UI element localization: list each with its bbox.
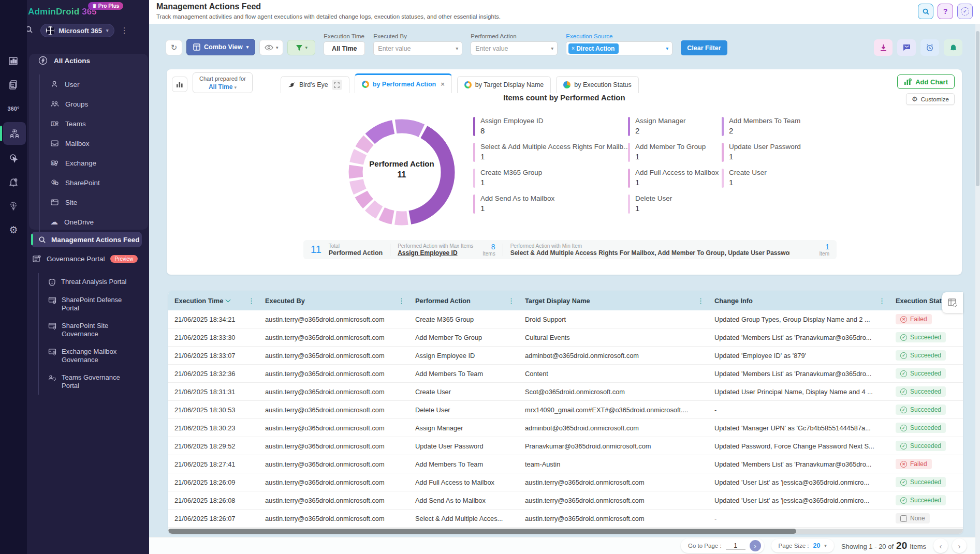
more-menu-icon[interactable]: ⋮ (121, 26, 128, 35)
legend-item[interactable]: Select & Add Multiple Access Rights For … (473, 143, 629, 162)
chart-type-button[interactable] (172, 77, 187, 92)
execution-source-filter[interactable]: ×Direct Action ▾ (566, 41, 672, 55)
close-tab-icon[interactable]: × (441, 80, 445, 88)
sidebar-item-user[interactable]: User (40, 74, 100, 94)
sidebar-item-teams[interactable]: TTeams (40, 114, 100, 133)
feedback-button[interactable] (897, 39, 916, 56)
table-row[interactable]: 21/06/2025 18:31:31austin.terry@o365droi… (168, 383, 963, 401)
col-executed-by[interactable]: Executed By⋮ (259, 291, 409, 310)
actions-pointer-icon[interactable] (4, 149, 23, 168)
table-row[interactable]: 21/06/2025 18:30:23austin.terry@o365droi… (168, 419, 963, 437)
legend-item[interactable]: Add Member To Group1 (628, 143, 719, 162)
filter-button[interactable]: ▾ (287, 40, 315, 55)
legend-item[interactable]: Assign Employee ID8 (473, 117, 629, 136)
table-row[interactable]: 21/06/2025 18:26:08austin.terry@o365droi… (168, 491, 963, 510)
sidebar-item-onedrive[interactable]: ☁OneDrive (40, 212, 100, 232)
sidebar-item-governance-portal[interactable]: Governance Portal Preview (32, 254, 138, 263)
legend-item[interactable]: Assign Manager2 (628, 117, 719, 136)
tab-by-performed-action[interactable]: by Performed Action × (355, 73, 452, 93)
sidebar-item-sp-site-gov[interactable]: SharePoint Site Governance (39, 317, 127, 343)
column-menu-icon[interactable]: ⋮ (879, 297, 885, 305)
goto-page-input[interactable]: 1 (726, 542, 745, 550)
column-menu-icon[interactable]: ⋮ (508, 297, 515, 305)
table-row[interactable]: 21/06/2025 18:29:52austin.terry@o365droi… (168, 437, 963, 455)
insights-icon[interactable] (4, 197, 23, 215)
tab-birds-eye[interactable]: Bird's Eye (281, 76, 349, 93)
prev-page-button[interactable]: ‹ (933, 538, 948, 553)
expand-icon[interactable] (332, 80, 342, 90)
direct-action-chip[interactable]: ×Direct Action (568, 43, 619, 54)
table-row[interactable]: 21/06/2025 18:30:53austin.terry@o365droi… (168, 401, 963, 419)
table-row[interactable]: 21/06/2025 18:34:21austin.terry@o365droi… (168, 310, 963, 328)
col-execution-time[interactable]: Execution Time⋮ (168, 291, 259, 310)
chip-remove-icon[interactable]: × (572, 46, 575, 51)
column-menu-icon[interactable]: ⋮ (248, 297, 255, 305)
goto-page-button[interactable]: › (750, 540, 761, 551)
performed-action-filter[interactable]: Enter value▾ (471, 41, 558, 55)
legend-item[interactable]: Add Send As to Mailbox1 (473, 194, 629, 214)
notifications-button[interactable] (944, 39, 962, 56)
360-view-icon[interactable]: 360° (4, 99, 23, 118)
table-row[interactable]: 21/06/2025 18:27:41austin.terry@o365droi… (168, 455, 963, 473)
alerts-icon[interactable] (4, 173, 23, 191)
legend-item[interactable]: Update User Password1 (722, 143, 801, 162)
page-size-value[interactable]: 20 (813, 542, 820, 549)
tasks-button[interactable]: ✓ (957, 4, 973, 19)
sidebar-item-sharepoint[interactable]: SSharePoint (40, 173, 100, 192)
table-row[interactable]: 21/06/2025 18:33:07austin.terry@o365droi… (168, 347, 963, 365)
col-change-info[interactable]: Change Info⋮ (708, 291, 889, 310)
table-row[interactable]: 21/06/2025 18:33:30austin.terry@o365droi… (168, 328, 963, 347)
column-settings-button[interactable] (942, 292, 963, 313)
workspace-selector[interactable]: Microsoft 365 ▾ (40, 24, 114, 37)
table-row[interactable]: 21/06/2025 18:26:07austin.terry@o365droi… (168, 510, 963, 528)
legend-item[interactable]: Add Members To Team2 (722, 117, 801, 136)
chart-prepared-selector[interactable]: Chart prepared for All Time ▾ (193, 72, 253, 93)
add-chart-button[interactable]: Add Chart (897, 74, 955, 89)
page-size-control[interactable]: Page Size : 20 ▾ (771, 539, 834, 552)
legend-item[interactable]: Add Full Access to Mailbox1 (628, 169, 719, 188)
table-row[interactable]: 21/06/2025 18:26:09austin.terry@o365droi… (168, 473, 963, 491)
col-target-display-name[interactable]: Target Display Name⋮ (519, 291, 708, 310)
legend-item[interactable]: Create User1 (722, 169, 801, 188)
download-icon (880, 44, 887, 52)
settings-gear-icon[interactable]: ⚙ (4, 220, 23, 239)
column-menu-icon[interactable]: ⋮ (697, 297, 704, 305)
sidebar-item-mailbox[interactable]: Mailbox (40, 133, 100, 153)
horizontal-scrollbar[interactable] (168, 529, 963, 534)
sidebar-item-exchange-gov[interactable]: Exchange Mailbox Governance (39, 343, 127, 369)
max-item-link[interactable]: Assign Employee ID (398, 249, 475, 257)
sidebar-item-teams-gov[interactable]: Teams Governance Portal (39, 369, 127, 395)
col-performed-action[interactable]: Performed Action⋮ (409, 291, 519, 310)
sidebar-item-site[interactable]: Site (40, 192, 100, 212)
management-actions-icon[interactable] (3, 122, 26, 145)
help-button[interactable]: ? (938, 4, 953, 19)
scrollbar-thumb[interactable] (168, 529, 796, 534)
reports-icon[interactable] (4, 52, 23, 70)
tab-by-execution-status[interactable]: by Execution Status (556, 76, 638, 93)
refresh-button[interactable]: ↻ (166, 40, 182, 55)
sidebar-item-exchange[interactable]: EExchange (40, 153, 100, 173)
legend-item[interactable]: Delete User1 (628, 194, 719, 214)
column-menu-icon[interactable]: ⋮ (398, 297, 405, 305)
clear-filter-button[interactable]: Clear Filter (681, 40, 727, 55)
table-row[interactable]: 21/06/2025 18:32:36austin.terry@o365droi… (168, 365, 963, 383)
legend-item[interactable]: Create M365 Group1 (473, 169, 629, 188)
sidebar-item-management-actions-feed[interactable]: Management Actions Feed (31, 232, 142, 247)
sort-icon[interactable] (226, 297, 231, 303)
tab-by-target-display-name[interactable]: by Target Display Name (457, 76, 551, 93)
schedule-button[interactable] (920, 39, 939, 56)
combo-view-button[interactable]: Combo View▾ (186, 39, 255, 55)
sidebar-item-threat-analysis[interactable]: Threat Analysis Portal (39, 273, 127, 291)
next-page-button[interactable]: › (952, 538, 967, 553)
page-scrollbar[interactable] (975, 24, 980, 554)
execution-time-filter[interactable]: All Time (324, 41, 365, 55)
sidebar-item-sp-defense[interactable]: SharePoint Defense Portal (39, 291, 127, 317)
donut-chart[interactable]: Performed Action 11 (342, 113, 461, 232)
global-search-button[interactable] (918, 4, 933, 19)
sidebar-item-all-actions[interactable]: All Actions (38, 56, 90, 65)
executed-by-filter[interactable]: Enter value▾ (373, 41, 462, 55)
sidebar-item-groups[interactable]: Groups (40, 94, 100, 114)
export-button[interactable] (874, 39, 893, 56)
report-docs-icon[interactable] (4, 76, 23, 94)
visibility-button[interactable]: ▾ (259, 40, 283, 55)
